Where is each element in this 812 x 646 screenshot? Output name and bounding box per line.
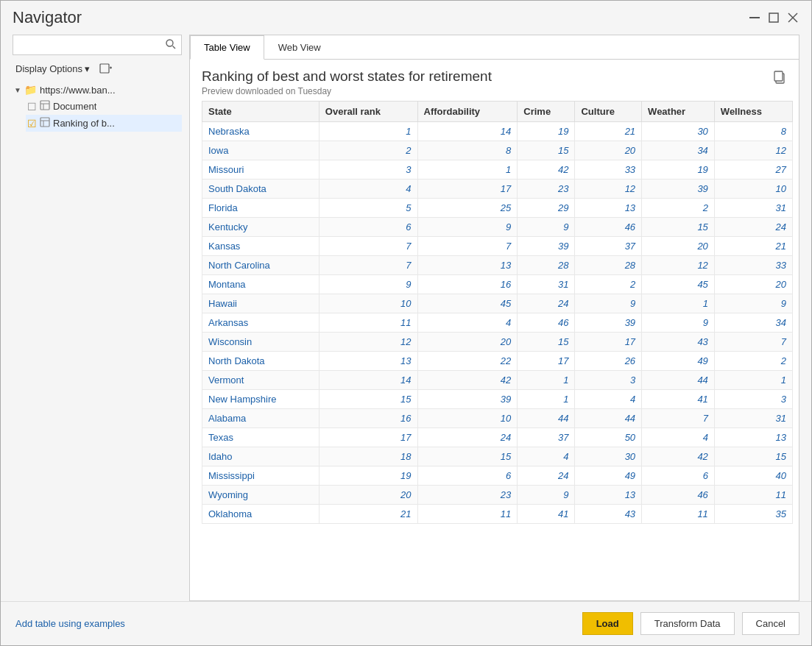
- table-row: Wisconsin12201517437: [202, 333, 793, 352]
- cell-value: 30: [642, 122, 715, 141]
- cell-state: Missouri: [202, 160, 319, 180]
- col-weather: Weather: [642, 102, 715, 122]
- cancel-button[interactable]: Cancel: [742, 612, 799, 635]
- table-row: Iowa2815203412: [202, 141, 793, 160]
- cell-value: 10: [714, 180, 792, 199]
- col-overall-rank: Overall rank: [319, 102, 417, 122]
- table-row: Nebraska1141921308: [202, 122, 793, 141]
- content-area: Display Options ▾ ▼ 📁 https://www.ban...: [1, 27, 811, 601]
- load-button[interactable]: Load: [582, 612, 633, 635]
- cell-value: 3: [319, 160, 417, 180]
- cell-value: 9: [642, 313, 715, 333]
- cell-value: 1: [518, 371, 575, 390]
- cell-value: 15: [518, 333, 575, 352]
- cell-value: 9: [518, 486, 575, 505]
- table-row: Vermont144213441: [202, 371, 793, 390]
- cell-value: 33: [714, 256, 792, 275]
- title-bar: Navigator: [1, 1, 811, 27]
- collapse-arrow-icon: ▼: [14, 86, 21, 94]
- tree-item-document[interactable]: ☐ Document: [26, 98, 182, 115]
- tree-item-ranking[interactable]: ☑ Ranking of b...: [26, 115, 182, 132]
- cell-value: 46: [642, 486, 715, 505]
- cell-value: 34: [714, 313, 792, 333]
- data-table: State Overall rank Affordability Crime C…: [202, 101, 793, 524]
- search-input[interactable]: [18, 40, 165, 51]
- svg-point-4: [166, 40, 173, 46]
- cell-value: 29: [518, 199, 575, 218]
- cell-state: Alabama: [202, 409, 319, 428]
- col-state: State: [202, 102, 319, 122]
- footer: Add table using examples Load Transform …: [1, 601, 811, 645]
- cell-value: 12: [714, 141, 792, 160]
- cell-value: 10: [417, 409, 518, 428]
- svg-rect-1: [769, 13, 778, 22]
- cell-value: 21: [575, 122, 642, 141]
- cell-value: 19: [319, 466, 417, 486]
- cell-value: 45: [417, 294, 518, 313]
- cell-state: Vermont: [202, 371, 319, 390]
- cell-value: 13: [417, 256, 518, 275]
- cell-value: 22: [417, 352, 518, 371]
- minimize-button[interactable]: [748, 11, 761, 24]
- table-body: Nebraska1141921308Iowa2815203412Missouri…: [202, 122, 793, 524]
- table-row: North Dakota13221726492: [202, 352, 793, 371]
- add-table-button[interactable]: Add table using examples: [13, 613, 128, 634]
- cell-value: 42: [518, 160, 575, 180]
- cell-value: 18: [319, 447, 417, 466]
- display-options-row: Display Options ▾: [13, 60, 182, 77]
- cell-value: 2: [319, 141, 417, 160]
- cell-value: 42: [417, 371, 518, 390]
- cell-value: 30: [575, 447, 642, 466]
- cell-value: 20: [417, 333, 518, 352]
- cell-value: 42: [642, 447, 715, 466]
- cell-value: 39: [642, 180, 715, 199]
- cell-value: 20: [714, 275, 792, 294]
- cell-value: 12: [319, 333, 417, 352]
- cell-value: 11: [319, 313, 417, 333]
- svg-rect-16: [774, 71, 783, 81]
- table-row: Arkansas1144639934: [202, 313, 793, 333]
- cell-value: 13: [575, 199, 642, 218]
- cell-value: 6: [417, 466, 518, 486]
- transform-data-button[interactable]: Transform Data: [640, 612, 735, 635]
- header-row: State Overall rank Affordability Crime C…: [202, 102, 793, 122]
- cell-value: 12: [575, 180, 642, 199]
- tree-ranking-label: Ranking of b...: [53, 118, 115, 129]
- table-row: Mississippi1962449640: [202, 466, 793, 486]
- cell-value: 1: [319, 122, 417, 141]
- table-icon-document: [40, 100, 50, 113]
- right-panel: Table View Web View Ranking of best and …: [189, 35, 799, 601]
- cell-value: 2: [642, 199, 715, 218]
- svg-rect-9: [40, 101, 49, 110]
- cell-value: 10: [319, 294, 417, 313]
- tab-table-view[interactable]: Table View: [190, 35, 264, 60]
- footer-right: Load Transform Data Cancel: [582, 612, 799, 635]
- cell-value: 7: [417, 237, 518, 256]
- cell-value: 15: [417, 447, 518, 466]
- maximize-button[interactable]: [767, 11, 780, 24]
- table-container: State Overall rank Affordability Crime C…: [190, 101, 799, 600]
- close-button[interactable]: [786, 11, 799, 24]
- cell-value: 15: [319, 390, 417, 409]
- add-new-icon-button[interactable]: [97, 60, 115, 77]
- cell-value: 31: [518, 275, 575, 294]
- display-options-label: Display Options: [15, 63, 82, 74]
- search-icon: [165, 38, 177, 52]
- cell-value: 2: [714, 352, 792, 371]
- copy-icon-button[interactable]: [772, 70, 787, 88]
- col-crime: Crime: [518, 102, 575, 122]
- window-controls: [748, 11, 799, 24]
- cell-value: 13: [714, 428, 792, 447]
- tab-web-view[interactable]: Web View: [264, 35, 335, 60]
- checkbox-checked-icon: ☑: [27, 118, 37, 129]
- window-title: Navigator: [13, 8, 82, 27]
- display-options-button[interactable]: Display Options ▾: [13, 62, 93, 76]
- cell-value: 9: [417, 218, 518, 237]
- cell-value: 28: [518, 256, 575, 275]
- cell-value: 1: [417, 160, 518, 180]
- cell-value: 25: [417, 199, 518, 218]
- preview-header: Ranking of best and worst states for ret…: [190, 60, 799, 101]
- tree-root-item[interactable]: ▼ 📁 https://www.ban...: [13, 82, 182, 98]
- cell-value: 9: [714, 294, 792, 313]
- table-row: Kansas7739372021: [202, 237, 793, 256]
